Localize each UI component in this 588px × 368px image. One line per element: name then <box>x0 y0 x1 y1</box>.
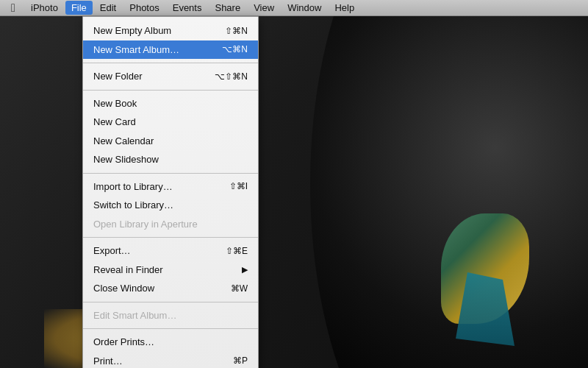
menubar:  iPhoto File Edit Photos Events Share V… <box>0 0 588 16</box>
menu-item-edit-smart-album: Edit Smart Album… <box>83 306 258 325</box>
menu-item-label-reveal-in-finder: Reveal in Finder <box>93 263 233 277</box>
menu-item-shortcut-new-empty-album: ⇧⌘N <box>225 24 248 38</box>
menubar-item-share[interactable]: Share <box>209 1 246 15</box>
menu-item-label-import-to-library: Import to Library… <box>93 180 220 194</box>
menu-divider-4 <box>83 302 258 302</box>
menu-section-1: New Folder⌥⇧⌘N <box>83 66 258 88</box>
apple-logo[interactable]:  <box>6 0 21 16</box>
menu-item-import-to-library[interactable]: Import to Library…⇧⌘I <box>83 177 258 197</box>
menu-item-new-empty-album[interactable]: New Empty Album⇧⌘N <box>83 21 258 40</box>
menu-section-5: Edit Smart Album… <box>83 305 258 327</box>
menu-section-6: Order Prints…Print…⌘P <box>83 331 258 368</box>
menu-item-label-new-slideshow: New Slideshow <box>93 152 248 167</box>
menu-item-shortcut-new-folder: ⌥⇧⌘N <box>215 70 248 83</box>
menu-item-label-export: Export… <box>93 244 217 258</box>
menu-item-print[interactable]: Print…⌘P <box>83 352 258 369</box>
menu-item-shortcut-close-window: ⌘W <box>231 282 248 295</box>
menu-section-0: New Empty Album⇧⌘NNew Smart Album…⌥⌘N <box>83 20 258 60</box>
menu-item-label-close-window: Close Window <box>93 281 222 296</box>
menu-divider-0 <box>83 63 258 63</box>
menu-item-order-prints[interactable]: Order Prints… <box>83 333 258 352</box>
menu-section-3: Import to Library…⇧⌘ISwitch to Library…O… <box>83 176 258 236</box>
menu-item-label-new-card: New Card <box>93 115 248 130</box>
menubar-item-view[interactable]: View <box>248 1 280 15</box>
menu-divider-2 <box>83 173 258 174</box>
menu-item-label-order-prints: Order Prints… <box>93 335 248 350</box>
menu-item-shortcut-new-smart-album: ⌥⌘N <box>222 43 248 56</box>
menu-divider-1 <box>83 90 258 91</box>
menu-item-label-new-smart-album: New Smart Album… <box>93 43 213 57</box>
menu-item-label-print: Print… <box>93 354 224 369</box>
file-dropdown-menu: New Empty Album⇧⌘NNew Smart Album…⌥⌘NNew… <box>82 16 259 368</box>
menu-item-shortcut-export: ⇧⌘E <box>226 244 248 258</box>
menu-section-2: New BookNew CardNew CalendarNew Slidesho… <box>83 93 258 171</box>
menu-item-label-new-calendar: New Calendar <box>93 134 248 149</box>
menu-item-label-open-library-aperture: Open Library in Aperture <box>93 217 248 232</box>
menu-item-shortcut-print: ⌘P <box>233 354 248 367</box>
menu-item-arrow-reveal-in-finder: ▶ <box>242 263 248 276</box>
menu-section-4: Export…⇧⌘EReveal in Finder▶Close Window⌘… <box>83 240 258 300</box>
menu-item-new-folder[interactable]: New Folder⌥⇧⌘N <box>83 67 258 86</box>
menubar-item-window[interactable]: Window <box>282 1 327 15</box>
menu-item-new-calendar[interactable]: New Calendar <box>83 132 258 151</box>
menu-item-new-smart-album[interactable]: New Smart Album…⌥⌘N <box>83 40 258 60</box>
silhouette <box>279 0 588 368</box>
menubar-item-help[interactable]: Help <box>329 1 360 15</box>
menu-item-new-book[interactable]: New Book <box>83 94 258 113</box>
menubar-item-iphoto[interactable]: iPhoto <box>25 1 64 15</box>
menu-item-new-slideshow[interactable]: New Slideshow <box>83 150 258 169</box>
menu-item-reveal-in-finder[interactable]: Reveal in Finder▶ <box>83 261 258 280</box>
menu-item-label-new-empty-album: New Empty Album <box>93 24 216 38</box>
menu-item-new-card[interactable]: New Card <box>83 113 258 132</box>
menu-divider-3 <box>83 237 258 238</box>
menu-item-open-library-aperture: Open Library in Aperture <box>83 215 258 234</box>
menu-item-label-new-book: New Book <box>93 96 248 111</box>
menu-item-label-edit-smart-album: Edit Smart Album… <box>93 308 248 323</box>
menubar-item-edit[interactable]: Edit <box>94 1 122 15</box>
menubar-item-photos[interactable]: Photos <box>123 1 165 15</box>
menu-item-close-window[interactable]: Close Window⌘W <box>83 279 258 298</box>
menubar-item-events[interactable]: Events <box>167 1 208 15</box>
menu-item-switch-to-library[interactable]: Switch to Library… <box>83 196 258 215</box>
menu-item-shortcut-import-to-library: ⇧⌘I <box>229 180 248 193</box>
menu-item-label-switch-to-library: Switch to Library… <box>93 198 248 213</box>
menu-item-label-new-folder: New Folder <box>93 69 206 84</box>
menu-divider-5 <box>83 328 258 329</box>
menubar-item-file[interactable]: File <box>65 1 93 15</box>
menu-item-export[interactable]: Export…⇧⌘E <box>83 241 258 261</box>
